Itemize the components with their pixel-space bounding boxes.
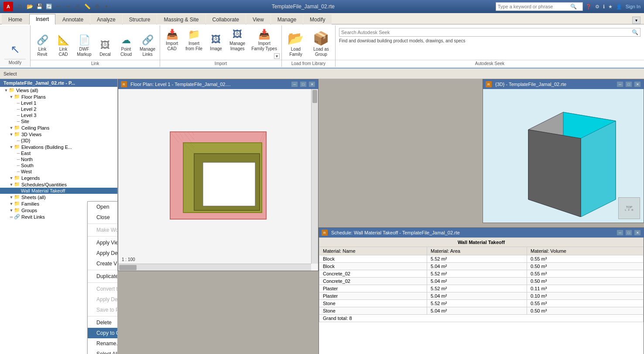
- cm-rename[interactable]: Rename...: [88, 338, 118, 349]
- load-family-icon: 📂: [288, 31, 304, 46]
- tab-home[interactable]: Home: [2, 14, 29, 24]
- tree-3d-views[interactable]: ▼ 📁 3D Views: [0, 131, 117, 137]
- tree-elevations[interactable]: ▼ 📁 Elevations (Building E...: [0, 144, 117, 150]
- fp-scrollbar-v[interactable]: [311, 89, 318, 264]
- sched-restore-btn[interactable]: □: [625, 230, 632, 236]
- import-family-types-btn[interactable]: 📥 ImportFamily Types: [249, 27, 280, 53]
- tab-massing[interactable]: Massing & Site: [157, 14, 205, 24]
- dropdown-btn[interactable]: ▾: [102, 2, 111, 11]
- load-as-group-btn[interactable]: 📦 Load asGroup: [309, 29, 333, 59]
- tab-analyze[interactable]: Analyze: [90, 14, 122, 24]
- tab-structure[interactable]: Structure: [123, 14, 157, 24]
- print-btn[interactable]: 🖨: [73, 2, 82, 11]
- 3d-restore-btn[interactable]: □: [625, 81, 632, 87]
- tree-ceiling-plans[interactable]: ▼ 📁 Ceiling Plans: [0, 124, 117, 131]
- user-icon[interactable]: 👤: [616, 4, 622, 10]
- tree-site[interactable]: ─ Site: [0, 118, 117, 124]
- fp-minimize-btn[interactable]: ─: [291, 81, 298, 87]
- cm-delete[interactable]: Delete: [88, 317, 118, 328]
- tree-south[interactable]: ─ South: [0, 162, 117, 168]
- manage-links-btn[interactable]: 🔗 ManageLinks: [137, 33, 158, 59]
- expand-floor-plans[interactable]: ▼: [9, 95, 14, 99]
- cm-duplicate-view[interactable]: Duplicate View ▶: [88, 271, 118, 282]
- help-icon[interactable]: ❓: [586, 4, 592, 10]
- nav-cube[interactable]: TOP L F R: [618, 197, 640, 219]
- load-family-btn[interactable]: 📂 LoadFamily: [284, 29, 308, 59]
- title-search-input[interactable]: [496, 4, 570, 9]
- expand-sheets[interactable]: ▼: [9, 195, 14, 199]
- save-btn[interactable]: 💾: [35, 2, 44, 11]
- new-btn[interactable]: 🗋: [16, 2, 24, 11]
- cm-create-view-template[interactable]: Create View Template From View...: [88, 258, 118, 269]
- import-expand-btn[interactable]: ▾: [274, 53, 280, 59]
- tree-level-1[interactable]: ─ Level 1: [0, 100, 117, 106]
- point-cloud-btn[interactable]: ☁ PointCloud: [116, 33, 136, 59]
- insert-from-file-btn[interactable]: 📁 Insertfrom File: [183, 27, 205, 53]
- expand-legends[interactable]: ▼: [9, 176, 14, 180]
- ribbon-toggle[interactable]: ▾: [632, 17, 641, 24]
- 3d-minimize-btn[interactable]: ─: [617, 81, 623, 87]
- fp-scrollbar-thumb-h[interactable]: [119, 265, 137, 270]
- fp-restore-btn[interactable]: □: [300, 81, 307, 87]
- link-cad-btn[interactable]: 📐 LinkCAD: [53, 33, 73, 59]
- expand-elevations[interactable]: ▼: [9, 145, 14, 149]
- modify-btn[interactable]: ↖: [6, 41, 25, 58]
- tab-view[interactable]: View: [246, 14, 271, 24]
- expand-groups[interactable]: ▼: [9, 208, 14, 213]
- expand-revit-links[interactable]: ═: [9, 215, 14, 219]
- cm-close[interactable]: Close: [88, 212, 118, 223]
- manage-images-btn[interactable]: 🖼 ManageImages: [227, 27, 248, 53]
- tree-3d[interactable]: ─ {3D}: [0, 137, 117, 144]
- link-revit-btn[interactable]: 🔗 LinkRevit: [32, 33, 52, 59]
- expand-schedules[interactable]: ▼: [9, 182, 14, 187]
- tree-north[interactable]: ─ North: [0, 156, 117, 162]
- tab-insert[interactable]: Insert: [29, 14, 55, 24]
- star-icon[interactable]: ★: [608, 4, 613, 10]
- dwf-markup-btn[interactable]: 📄 DWFMarkup: [74, 33, 94, 59]
- tree-level-2[interactable]: ─ Level 2: [0, 106, 117, 112]
- tab-modify[interactable]: Modify: [303, 14, 332, 24]
- 3d-close-btn[interactable]: ✕: [634, 81, 641, 87]
- expand-families[interactable]: ▼: [9, 202, 14, 206]
- import-cad-btn[interactable]: 📥 ImportCAD: [162, 27, 182, 53]
- sync-btn[interactable]: 🔄: [45, 2, 53, 11]
- decal-btn[interactable]: 🖼 Decal: [95, 38, 115, 59]
- tree-schedules[interactable]: ▼ 📁 Schedules/Quantities: [0, 181, 117, 188]
- settings-icon[interactable]: ⚙: [595, 4, 599, 10]
- tree-legends[interactable]: ▼ 📁 Legends: [0, 175, 117, 181]
- expand-ceiling[interactable]: ▼: [9, 126, 14, 130]
- fp-scrollbar-h[interactable]: [118, 264, 311, 271]
- tab-collaborate[interactable]: Collaborate: [206, 14, 246, 24]
- tree-east[interactable]: ─ East: [0, 150, 117, 156]
- tab-annotate[interactable]: Annotate: [56, 14, 90, 24]
- cm-apply-default-view-template[interactable]: Apply Default View Template: [88, 248, 118, 258]
- sched-close-btn[interactable]: ✕: [634, 230, 641, 236]
- cm-select-all-instances[interactable]: Select All Instances ▶: [88, 349, 118, 354]
- redo-btn[interactable]: ↪: [64, 2, 72, 11]
- tab-manage[interactable]: Manage: [271, 14, 303, 24]
- fp-close-btn[interactable]: ✕: [308, 81, 315, 87]
- cm-copy-clipboard[interactable]: Copy to Clipboard: [88, 328, 118, 338]
- measure-btn[interactable]: 📏: [83, 2, 92, 11]
- tree-views-all[interactable]: ▼ 📁 Views (all): [0, 87, 117, 93]
- tree-sheets[interactable]: ▼ 📁 Sheets (all): [0, 194, 117, 200]
- cm-apply-view-template[interactable]: Apply View Template...: [88, 237, 118, 248]
- expand-views[interactable]: ▼: [3, 88, 9, 93]
- undo-btn[interactable]: ↩: [54, 2, 63, 11]
- cm-open[interactable]: Open: [88, 202, 118, 212]
- settings-btn[interactable]: ⚙: [92, 2, 101, 11]
- sched-minimize-btn[interactable]: ─: [617, 230, 623, 236]
- tree-level-3[interactable]: ─ Level 3: [0, 112, 117, 118]
- image-btn[interactable]: 🖼 Image: [206, 32, 226, 53]
- select-label[interactable]: Select: [3, 71, 17, 76]
- expand-3d[interactable]: ▼: [9, 132, 14, 137]
- tree-floor-plans[interactable]: ▼ 📁 Floor Plans: [0, 93, 117, 100]
- seek-search-input[interactable]: [341, 30, 632, 35]
- tree-west[interactable]: ─ West: [0, 168, 117, 175]
- open-btn[interactable]: 📂: [25, 2, 34, 11]
- title-search[interactable]: 🔍: [496, 2, 583, 11]
- sign-in-btn[interactable]: Sign In: [626, 4, 641, 9]
- info-icon[interactable]: ℹ: [603, 4, 605, 10]
- tree-wall-material-takeoff[interactable]: ─ Wall Material Takeoff: [0, 188, 117, 194]
- fp-scrollbar-thumb-v[interactable]: [312, 90, 317, 103]
